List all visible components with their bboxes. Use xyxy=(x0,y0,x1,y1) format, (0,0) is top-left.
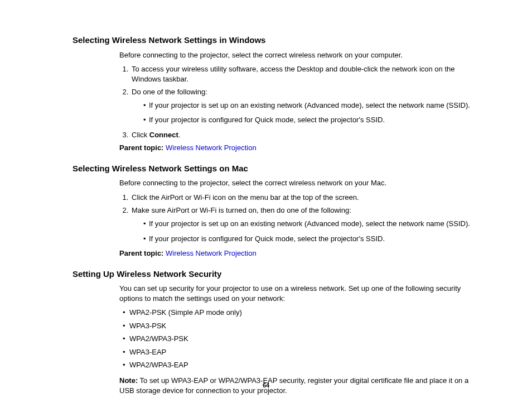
step-text-pre: Click xyxy=(132,131,149,139)
sub-bullet-item: If your projector is set up on an existi… xyxy=(143,219,474,229)
step-item: Click the AirPort or Wi-Fi icon on the m… xyxy=(130,193,474,203)
bullet-item: WPA2-PSK (Simple AP mode only) xyxy=(119,308,474,318)
step-text: Do one of the following: xyxy=(132,88,207,96)
bullet-item: WPA2/WPA3-EAP xyxy=(119,360,474,370)
ordered-steps: To access your wireless utility software… xyxy=(119,64,474,140)
ordered-steps: Click the AirPort or Wi-Fi icon on the m… xyxy=(119,193,474,243)
heading-windows: Selecting Wireless Network Settings in W… xyxy=(72,35,474,46)
bullet-item: WPA3-EAP xyxy=(119,347,474,357)
step-item: Click Connect. xyxy=(130,130,474,140)
parent-topic-link[interactable]: Wireless Network Projection xyxy=(166,249,257,257)
step-text-bold: Connect xyxy=(149,131,178,139)
intro-text: You can set up security for your project… xyxy=(119,284,474,303)
sub-bullet-item: If your projector is configured for Quic… xyxy=(143,115,474,125)
step-item: Make sure AirPort or Wi-Fi is turned on,… xyxy=(130,205,474,243)
section-windows-body: Before connecting to the projector, sele… xyxy=(119,50,474,153)
section-security-body: You can set up security for your project… xyxy=(119,284,474,395)
step-text-post: . xyxy=(178,131,181,139)
parent-topic-label: Parent topic: xyxy=(119,143,163,152)
document-page: Selecting Wireless Network Settings in W… xyxy=(0,0,532,412)
sub-bullet-item: If your projector is configured for Quic… xyxy=(143,234,474,244)
intro-text: Before connecting to the projector, sele… xyxy=(119,178,474,188)
step-text: Make sure AirPort or Wi-Fi is turned on,… xyxy=(132,206,351,214)
step-item: To access your wireless utility software… xyxy=(130,64,474,84)
step-item: Do one of the following: If your project… xyxy=(130,87,474,125)
sub-bullets: If your projector is set up on an existi… xyxy=(132,219,474,243)
parent-topic-label: Parent topic: xyxy=(119,249,163,257)
parent-topic-line: Parent topic: Wireless Network Projectio… xyxy=(119,248,474,258)
parent-topic-link[interactable]: Wireless Network Projection xyxy=(166,143,257,152)
parent-topic-line: Parent topic: Wireless Network Projectio… xyxy=(119,143,474,153)
sub-bullet-item: If your projector is set up on an existi… xyxy=(143,100,474,111)
bullet-item: WPA2/WPA3-PSK xyxy=(119,334,474,344)
heading-security: Setting Up Wireless Network Security xyxy=(72,269,474,280)
security-bullets: WPA2-PSK (Simple AP mode only) WPA3-PSK … xyxy=(119,308,474,370)
sub-bullets: If your projector is set up on an existi… xyxy=(132,100,474,125)
page-number: 64 xyxy=(0,382,532,389)
section-mac-body: Before connecting to the projector, sele… xyxy=(119,178,474,258)
intro-text: Before connecting to the projector, sele… xyxy=(119,50,474,60)
heading-mac: Selecting Wireless Network Settings on M… xyxy=(72,163,474,174)
bullet-item: WPA3-PSK xyxy=(119,321,474,331)
